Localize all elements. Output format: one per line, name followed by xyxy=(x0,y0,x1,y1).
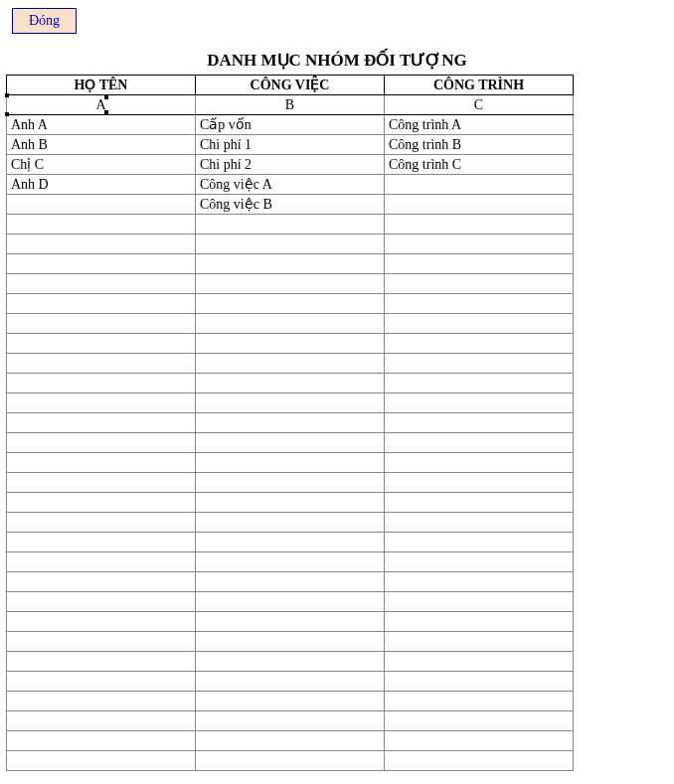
table-cell[interactable] xyxy=(7,334,196,354)
table-cell[interactable] xyxy=(7,374,196,393)
table-cell[interactable] xyxy=(385,235,574,254)
table-cell[interactable] xyxy=(7,235,196,254)
table-cell[interactable] xyxy=(385,215,574,235)
table-cell[interactable] xyxy=(385,294,574,314)
table-cell[interactable] xyxy=(7,652,196,672)
table-cell[interactable] xyxy=(196,235,385,254)
table-cell[interactable]: Công trình A xyxy=(385,115,574,135)
table-cell[interactable] xyxy=(196,215,385,235)
table-cell[interactable] xyxy=(385,413,574,433)
code-cell-c[interactable]: C xyxy=(385,95,574,115)
table-cell[interactable] xyxy=(196,453,385,473)
table-cell[interactable] xyxy=(385,175,574,195)
table-cell[interactable] xyxy=(196,274,385,294)
table-cell[interactable] xyxy=(385,533,574,552)
table-cell[interactable] xyxy=(196,254,385,274)
table-cell[interactable]: Chi phí 1 xyxy=(196,135,385,155)
table-cell[interactable] xyxy=(385,314,574,334)
table-cell[interactable] xyxy=(7,274,196,294)
table-cell[interactable] xyxy=(196,314,385,334)
table-cell[interactable] xyxy=(7,314,196,334)
table-cell[interactable] xyxy=(385,513,574,533)
table-cell[interactable] xyxy=(196,612,385,632)
table-cell[interactable] xyxy=(196,354,385,374)
table-cell[interactable]: Công trình C xyxy=(385,155,574,175)
table-cell[interactable] xyxy=(196,473,385,493)
table-cell[interactable]: Anh B xyxy=(7,135,196,155)
table-cell[interactable] xyxy=(7,513,196,533)
table-cell[interactable]: Chi phí 2 xyxy=(196,155,385,175)
table-cell[interactable]: Công trình B xyxy=(385,135,574,155)
table-cell[interactable] xyxy=(385,374,574,393)
table-cell[interactable] xyxy=(7,592,196,612)
table-cell[interactable] xyxy=(7,552,196,572)
table-cell[interactable] xyxy=(385,195,574,215)
table-cell[interactable] xyxy=(7,473,196,493)
table-cell[interactable] xyxy=(196,374,385,393)
table-cell[interactable] xyxy=(385,274,574,294)
table-cell[interactable] xyxy=(385,672,574,692)
table-cell[interactable] xyxy=(7,215,196,235)
close-button[interactable]: Đóng xyxy=(12,8,77,34)
table-cell[interactable] xyxy=(385,592,574,612)
table-cell[interactable] xyxy=(7,195,196,215)
table-cell[interactable] xyxy=(196,493,385,513)
table-cell[interactable] xyxy=(385,552,574,572)
header-ho-ten[interactable]: HỌ TÊN xyxy=(7,76,196,95)
table-cell[interactable] xyxy=(385,652,574,672)
table-cell[interactable] xyxy=(196,413,385,433)
table-cell[interactable]: Cấp vốn xyxy=(196,115,385,135)
table-cell[interactable] xyxy=(196,692,385,711)
table-cell[interactable] xyxy=(385,254,574,274)
table-cell[interactable] xyxy=(7,632,196,652)
table-cell[interactable] xyxy=(385,612,574,632)
table-cell[interactable] xyxy=(385,572,574,592)
table-cell[interactable] xyxy=(7,692,196,711)
table-cell[interactable]: Anh A xyxy=(7,115,196,135)
table-cell[interactable] xyxy=(196,731,385,751)
table-cell[interactable] xyxy=(385,751,574,771)
table-cell[interactable]: Công việc B xyxy=(196,195,385,215)
table-cell[interactable] xyxy=(7,533,196,552)
table-cell[interactable] xyxy=(196,433,385,453)
table-cell[interactable] xyxy=(196,652,385,672)
table-cell[interactable] xyxy=(196,632,385,652)
table-cell[interactable] xyxy=(196,393,385,413)
table-cell[interactable] xyxy=(7,354,196,374)
table-cell[interactable] xyxy=(196,294,385,314)
table-cell[interactable] xyxy=(7,254,196,274)
table-cell[interactable] xyxy=(196,592,385,612)
code-cell-a[interactable]: A xyxy=(7,95,196,115)
table-cell[interactable] xyxy=(196,334,385,354)
table-cell[interactable]: Anh D xyxy=(7,175,196,195)
table-cell[interactable] xyxy=(385,393,574,413)
table-cell[interactable] xyxy=(7,711,196,731)
table-cell[interactable] xyxy=(385,433,574,453)
table-cell[interactable] xyxy=(196,672,385,692)
table-cell[interactable] xyxy=(385,731,574,751)
table-cell[interactable] xyxy=(385,473,574,493)
table-cell[interactable] xyxy=(7,612,196,632)
table-cell[interactable] xyxy=(7,751,196,771)
table-cell[interactable] xyxy=(7,413,196,433)
table-cell[interactable] xyxy=(196,513,385,533)
table-cell[interactable] xyxy=(7,731,196,751)
table-cell[interactable] xyxy=(7,393,196,413)
code-cell-b[interactable]: B xyxy=(196,95,385,115)
table-cell[interactable] xyxy=(385,334,574,354)
table-cell[interactable] xyxy=(196,751,385,771)
table-cell[interactable] xyxy=(385,354,574,374)
table-cell[interactable] xyxy=(7,493,196,513)
table-cell[interactable] xyxy=(385,632,574,652)
table-cell[interactable] xyxy=(7,672,196,692)
table-cell[interactable] xyxy=(385,453,574,473)
table-cell[interactable]: Công việc A xyxy=(196,175,385,195)
table-cell[interactable] xyxy=(7,453,196,473)
table-cell[interactable] xyxy=(385,692,574,711)
header-cong-trinh[interactable]: CÔNG TRÌNH xyxy=(385,76,574,95)
table-cell[interactable] xyxy=(196,552,385,572)
table-cell[interactable] xyxy=(7,572,196,592)
table-cell[interactable] xyxy=(7,433,196,453)
table-cell[interactable] xyxy=(196,572,385,592)
table-cell[interactable] xyxy=(385,493,574,513)
